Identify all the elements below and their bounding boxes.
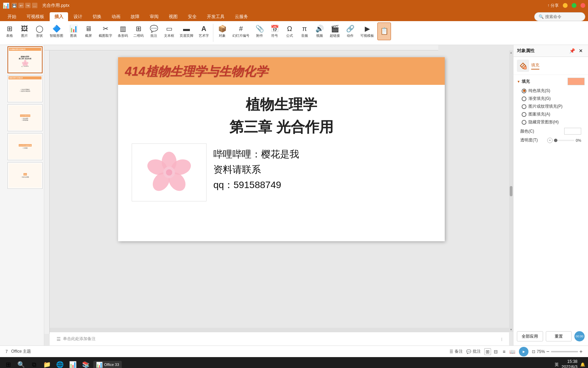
fill-option-hide[interactable]: 隐藏背景图形(H) [522, 119, 585, 125]
insert-barcode-btn[interactable]: ▥ 条形码 [116, 22, 130, 40]
slide-canvas[interactable]: 414植物生理学与生物化学 植物生理学 第三章 光合作用 [118, 57, 445, 241]
normal-view-btn[interactable]: ⊞ [484, 348, 491, 355]
notification-icon[interactable]: 🔔 [580, 362, 585, 367]
play-button[interactable]: ▶ [519, 347, 528, 356]
insert-screen-btn[interactable]: 🖥 截屏 [82, 22, 95, 40]
zoom-out-btn[interactable]: − [546, 349, 549, 355]
maximize-button[interactable] [572, 3, 576, 8]
outline-view-btn[interactable]: ≡ [501, 348, 507, 355]
fill-color-box[interactable] [564, 128, 581, 135]
insert-arttext-btn[interactable]: A 艺术字 [197, 22, 211, 40]
redo-icon[interactable]: ↪ [25, 3, 31, 8]
scroll-up-icon[interactable]: ▲ [510, 51, 512, 54]
more-icon[interactable]: … [32, 3, 37, 8]
tab-developer[interactable]: 开发工具 [202, 12, 229, 21]
fill-option-picture[interactable]: 图片或纹理填充(P) [522, 104, 585, 109]
insert-slidenum-btn[interactable]: # 幻灯片编号 [230, 22, 251, 40]
insert-audio-btn[interactable]: 🔊 视频 [313, 22, 326, 40]
language-indicator[interactable]: 英 [555, 362, 559, 368]
tab-cloud[interactable]: 云服务 [230, 12, 253, 21]
insert-qrcode-btn[interactable]: ⊞ 二维码 [131, 22, 146, 40]
insert-action-btn[interactable]: ▶ 可视模板 [358, 22, 376, 40]
reading-view-btn[interactable]: 📖 [509, 348, 516, 355]
notes-toggle[interactable]: ☰ 备注 [450, 349, 463, 354]
fill-minus-btn[interactable]: − [547, 138, 553, 143]
insert-formula-btn[interactable]: π 音频 [298, 22, 311, 40]
grid-view-btn[interactable]: ⊟ [492, 348, 499, 355]
timer-button[interactable]: 00:00 [574, 331, 585, 341]
insert-chart-btn[interactable]: 📊 图表 [67, 22, 80, 40]
share-icon[interactable]: ↑ 分享 [548, 3, 559, 9]
fill-option-solid[interactable]: 纯色填充(S) [522, 88, 585, 94]
insert-header-btn[interactable]: ▬ 页眉页脚 [178, 22, 195, 40]
zoom-fit-btn[interactable]: ⊡ [532, 349, 535, 354]
fill-section-header[interactable]: ▼ 填充 [517, 76, 585, 87]
scroll-bar-bottom[interactable] [50, 328, 509, 332]
comments-toggle[interactable]: 💬 批注 [466, 349, 481, 354]
tab-visual-template[interactable]: 可视模板 [22, 12, 49, 21]
insert-video-btn[interactable]: 🎬 超链接 [328, 22, 342, 40]
notes-bar[interactable]: ☰ 单击此处添加备注 | [50, 332, 509, 346]
tab-view[interactable]: 视图 [164, 12, 182, 21]
scroll-down-icon[interactable]: ▼ [510, 328, 512, 331]
office-app-taskbar[interactable]: 📊 Office 33 [93, 361, 122, 368]
fill-option-pattern[interactable]: 图案填充(A) [522, 111, 585, 117]
fill-slider[interactable] [554, 140, 574, 141]
book-btn[interactable]: 📚 [80, 359, 91, 368]
tab-home[interactable]: 开始 [3, 12, 21, 21]
insert-object-btn[interactable]: 📦 对象 [215, 22, 229, 40]
scroll-bar-right[interactable]: ▲ ▼ [509, 50, 513, 332]
apply-all-button[interactable]: 全部应用 [517, 331, 543, 341]
radio-picture[interactable] [522, 104, 526, 109]
fill-option-gradient[interactable]: 渐变填充(G) [522, 96, 585, 102]
insert-shape-btn[interactable]: ◯ 形状 [33, 22, 46, 40]
slide-thumb-5[interactable]: 总结 • 知识点回顾 [7, 162, 43, 189]
slide-thumb-2[interactable]: 植物生理学与生物化学 • 光合作用概述 • 光反应与暗反应 [7, 75, 43, 102]
insert-comment-btn[interactable]: 💬 批注 [147, 22, 161, 40]
tab-security[interactable]: 安全 [183, 12, 201, 21]
reset-button[interactable]: 重置 [546, 331, 572, 341]
tab-review[interactable]: 审阅 [145, 12, 163, 21]
start-button[interactable]: ⊞ [3, 359, 14, 368]
search-taskbar-btn[interactable]: 🔍 [16, 359, 27, 368]
fill-color-swatch[interactable] [568, 78, 585, 85]
insert-visual-template-btn[interactable]: 📋 [377, 22, 391, 40]
undo-icon[interactable]: ↩ [18, 3, 24, 8]
insert-hyperlink-btn[interactable]: 🔗 动作 [343, 22, 357, 40]
fill-tab[interactable]: 填充 [513, 57, 588, 75]
radio-solid[interactable] [522, 89, 526, 93]
insert-ocr-btn[interactable]: ✂ 截图取字 [97, 22, 114, 40]
tab-fault[interactable]: 故障 [126, 12, 144, 21]
insert-datetime-btn[interactable]: 📅 符号 [268, 22, 281, 40]
insert-textbox-btn[interactable]: ▭ 文本框 [162, 22, 176, 40]
explorer-btn[interactable]: 📁 [42, 359, 52, 368]
task-view-btn[interactable]: ⧉ [29, 359, 39, 368]
insert-attach-btn[interactable]: 📎 附件 [253, 22, 266, 40]
slide-thumb-3[interactable]: 光合作用的原理 • 光合速率 • 影响因素 [7, 104, 43, 131]
radio-pattern[interactable] [522, 112, 526, 117]
slide-thumb-4[interactable]: 光合作用与细胞呼吸 • 关系图 [7, 133, 43, 160]
radio-hide[interactable] [522, 120, 526, 125]
insert-symbol-btn[interactable]: Ω 公式 [283, 22, 296, 40]
taskbar-time[interactable]: 15:38 2022/6/3 [561, 359, 577, 368]
tab-insert[interactable]: 插入 [50, 12, 68, 21]
right-panel-pin-btn[interactable]: 📌 [568, 47, 576, 55]
slide-thumb-1[interactable]: 414植物生理学与生物化学 植物生理学 第三章 光合作用 qq：59158 [7, 46, 43, 73]
radio-gradient[interactable] [522, 96, 526, 101]
minimize-button[interactable] [563, 3, 568, 8]
ruler-top [44, 45, 438, 50]
tab-design[interactable]: 设计 [69, 12, 87, 21]
insert-image-btn[interactable]: 🖼 图片 [18, 22, 31, 40]
zoom-in-btn[interactable]: + [579, 349, 583, 355]
wps-btn[interactable]: 📊 [67, 359, 78, 368]
right-panel-close-btn[interactable]: ✕ [577, 47, 585, 55]
edge-btn[interactable]: 🌐 [54, 359, 65, 368]
insert-smart-btn[interactable]: 🔷 智能形图 [48, 22, 65, 40]
tab-transition[interactable]: 切换 [88, 12, 106, 21]
zoom-slider[interactable] [551, 351, 578, 352]
search-box[interactable]: 🔍 搜索命令 [534, 12, 585, 21]
insert-table-btn[interactable]: ⊞ 表格 [3, 22, 16, 40]
close-button[interactable] [581, 3, 585, 8]
save-icon[interactable]: 💾 [12, 3, 17, 8]
tab-animation[interactable]: 动画 [107, 12, 125, 21]
